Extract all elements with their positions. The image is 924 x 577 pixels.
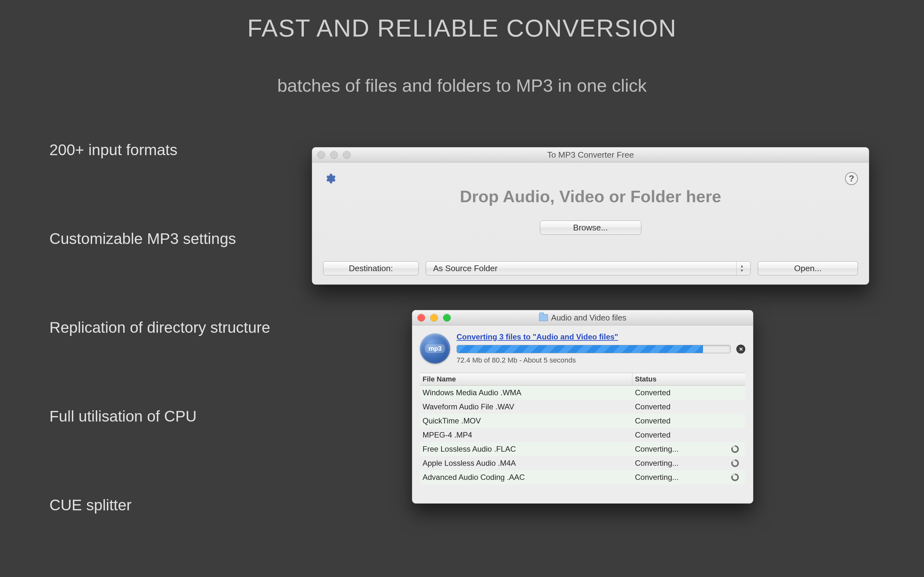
cell-file-name: Waveform Audio File .WAV: [420, 402, 632, 411]
cell-file-name: Advanced Audio Coding .AAC: [420, 473, 632, 482]
table-row[interactable]: MPEG-4 .MP4Converted: [420, 428, 745, 442]
progress-stats: 72.4 Mb of 80.2 Mb - About 5 seconds: [457, 356, 745, 364]
window-titlebar[interactable]: To MP3 Converter Free: [312, 147, 869, 163]
page-title: FAST AND RELIABLE CONVERSION: [0, 14, 924, 42]
cell-file-name: Apple Lossless Audio .M4A: [420, 459, 632, 468]
table-row[interactable]: Free Lossless Audio .FLACConverting...: [420, 442, 745, 456]
window-titlebar[interactable]: Audio and Video files: [412, 310, 753, 326]
help-icon[interactable]: ?: [845, 172, 858, 185]
window-title: To MP3 Converter Free: [312, 150, 869, 160]
open-button[interactable]: Open...: [758, 261, 858, 276]
progress-link[interactable]: Converting 3 files to "Audio and Video f…: [457, 332, 618, 341]
cancel-icon[interactable]: [736, 345, 745, 354]
chevron-updown-icon: ▲▼: [736, 261, 747, 275]
browse-button[interactable]: Browse...: [540, 221, 641, 235]
cell-status: Converted: [632, 416, 745, 425]
table-row[interactable]: Apple Lossless Audio .M4AConverting...: [420, 456, 745, 470]
folder-icon: [539, 314, 548, 321]
window-title: Audio and Video files: [551, 313, 626, 322]
destination-button[interactable]: Destination:: [323, 261, 419, 276]
cell-status: Converting...: [632, 445, 745, 454]
spinner-icon: [731, 474, 739, 481]
destination-value: As Source Folder: [433, 263, 498, 274]
cell-status: Converting...: [632, 459, 745, 468]
table-row[interactable]: Waveform Audio File .WAVConverted: [420, 400, 745, 414]
cell-status: Converted: [632, 388, 745, 397]
column-file-name[interactable]: File Name: [420, 373, 632, 385]
feature-item: Replication of directory structure: [49, 319, 270, 336]
table-row[interactable]: Windows Media Audio .WMAConverted: [420, 386, 745, 400]
mp3-icon: mp3: [420, 334, 450, 364]
feature-item: CUE splitter: [49, 496, 270, 514]
feature-item: Customizable MP3 settings: [49, 230, 270, 247]
drop-area-label: Drop Audio, Video or Folder here: [312, 187, 869, 206]
page-subtitle: batches of files and folders to MP3 in o…: [0, 75, 924, 96]
table-row[interactable]: Advanced Audio Coding .AACConverting...: [420, 470, 745, 484]
cell-status: Converted: [632, 430, 745, 440]
spinner-icon: [731, 445, 739, 453]
cell-file-name: Free Lossless Audio .FLAC: [420, 445, 632, 454]
feature-list: 200+ input formats Customizable MP3 sett…: [49, 141, 270, 514]
feature-item: 200+ input formats: [49, 141, 270, 159]
cell-status: Converting...: [632, 473, 745, 482]
progress-window: Audio and Video files mp3 Converting 3 f…: [412, 310, 753, 504]
spinner-icon: [731, 459, 739, 467]
progress-bar: [457, 345, 730, 353]
destination-select[interactable]: As Source Folder ▲▼: [426, 261, 751, 276]
table-header: File Name Status: [420, 373, 745, 386]
feature-item: Full utilisation of CPU: [49, 408, 270, 425]
cell-file-name: Windows Media Audio .WMA: [420, 388, 632, 397]
cell-status: Converted: [632, 402, 745, 411]
cell-file-name: QuickTime .MOV: [420, 416, 632, 425]
table-row[interactable]: QuickTime .MOVConverted: [420, 414, 745, 428]
converter-window: To MP3 Converter Free ? Drop Audio, Vide…: [312, 147, 869, 285]
gear-icon[interactable]: [323, 172, 336, 185]
cell-file-name: MPEG-4 .MP4: [420, 430, 632, 440]
column-status[interactable]: Status: [632, 373, 745, 385]
table-body: Windows Media Audio .WMAConvertedWavefor…: [420, 386, 745, 484]
